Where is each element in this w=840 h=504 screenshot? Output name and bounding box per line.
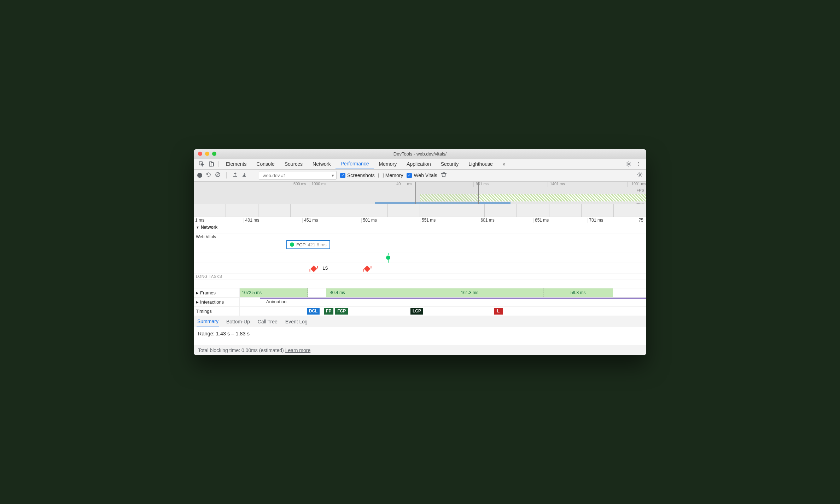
svg-point-6: [639, 174, 641, 175]
tab-elements[interactable]: Elements: [221, 159, 251, 169]
timing-l[interactable]: L: [494, 308, 503, 315]
window-title: DevTools - web.dev/vitals/: [194, 151, 646, 157]
tbt-text: Total blocking time: 0.00ms (estimated): [198, 347, 284, 353]
learn-more-link[interactable]: Learn more: [285, 347, 311, 353]
download-icon[interactable]: [241, 172, 247, 179]
record-button[interactable]: [197, 173, 202, 178]
timings-lane[interactable]: Timings DCL FP FCP LCP L: [194, 307, 646, 316]
timing-dcl[interactable]: DCL: [307, 308, 320, 315]
long-tasks-label: LONG TASKS: [194, 274, 646, 280]
gear-icon[interactable]: [624, 161, 634, 167]
tab-console[interactable]: Console: [251, 159, 279, 169]
upload-icon[interactable]: [232, 172, 238, 179]
main-tabs: Elements Console Sources Network Perform…: [194, 159, 646, 170]
kebab-menu-icon[interactable]: ⋮: [634, 161, 643, 167]
recording-dropdown[interactable]: web.dev #1: [259, 171, 337, 180]
web-vitals-checkbox[interactable]: ✓Web Vitals: [407, 172, 437, 178]
tab-application[interactable]: Application: [402, 159, 436, 169]
interactions-lane[interactable]: ▶Interactions Animation: [194, 298, 646, 307]
details-tabs: Summary Bottom-Up Call Tree Event Log: [194, 316, 646, 327]
animation-bar[interactable]: [260, 298, 647, 299]
ls-marker[interactable]: [364, 265, 370, 272]
timing-fcp[interactable]: FCP: [335, 308, 348, 315]
tab-memory[interactable]: Memory: [374, 159, 402, 169]
footer-bar: Total blocking time: 0.00ms (estimated) …: [194, 345, 646, 355]
fcp-tooltip[interactable]: FCP 421.8 ms: [286, 240, 330, 249]
tab-security[interactable]: Security: [436, 159, 464, 169]
tab-summary[interactable]: Summary: [197, 316, 219, 327]
tab-lighthouse[interactable]: Lighthouse: [463, 159, 498, 169]
screenshot-strip: [194, 204, 646, 217]
timing-fp[interactable]: FP: [324, 308, 333, 315]
animation-label: Animation: [266, 299, 287, 304]
titlebar: DevTools - web.dev/vitals/: [194, 149, 646, 159]
ls-label: LS: [323, 266, 328, 271]
lcp-marker[interactable]: [386, 256, 390, 260]
tabs-more-icon[interactable]: »: [498, 159, 511, 169]
summary-range: Range: 1.43 s – 1.83 s: [198, 331, 642, 336]
summary-panel: Range: 1.43 s – 1.83 s: [194, 327, 646, 345]
web-vitals-header: Web Vitals: [194, 234, 646, 240]
svg-rect-2: [211, 163, 214, 166]
inspect-icon[interactable]: [197, 161, 206, 167]
reload-icon[interactable]: [206, 172, 211, 179]
svg-point-4: [628, 163, 629, 165]
ls-marker[interactable]: [310, 265, 317, 272]
vitals-lcp-track[interactable]: [194, 252, 646, 263]
tab-bottom-up[interactable]: Bottom-Up: [226, 316, 251, 327]
frames-lane[interactable]: ▶Frames 1072.5 ms 40.4 ms 161.3 ms 59.8 …: [194, 288, 646, 298]
long-tasks-track[interactable]: [194, 280, 646, 288]
fps-label: FPS: [637, 188, 644, 192]
perf-settings-gear-icon[interactable]: [637, 172, 643, 179]
tab-network[interactable]: Network: [308, 159, 336, 169]
vitals-ls-track[interactable]: LS: [194, 263, 646, 274]
tab-sources[interactable]: Sources: [280, 159, 308, 169]
clear-icon[interactable]: [215, 172, 221, 179]
screenshots-checkbox[interactable]: ✓Screenshots: [340, 172, 375, 178]
timing-lcp[interactable]: LCP: [410, 308, 423, 315]
frames-track[interactable]: 40.4 ms 161.3 ms 59.8 ms: [279, 288, 646, 297]
fcp-dot-icon: [290, 242, 294, 247]
detail-ruler[interactable]: 1 ms 401 ms 451 ms 501 ms 551 ms 601 ms …: [194, 217, 646, 224]
device-toggle-icon[interactable]: [206, 161, 216, 167]
overview-timeline[interactable]: 500 ms 1000 ms 40 ms 901 ms 1401 ms 1901…: [194, 182, 646, 217]
tab-call-tree[interactable]: Call Tree: [257, 316, 278, 327]
memory-checkbox[interactable]: Memory: [378, 172, 403, 178]
frames-first[interactable]: 1072.5 ms: [240, 288, 279, 297]
perf-toolbar: web.dev #1 ✓Screenshots Memory ✓Web Vita…: [194, 170, 646, 182]
trash-icon[interactable]: [441, 172, 447, 179]
vitals-fcp-track[interactable]: FCP 421.8 ms: [194, 240, 646, 252]
collapse-handle[interactable]: ⋯: [194, 231, 646, 234]
devtools-window: DevTools - web.dev/vitals/ Elements Cons…: [194, 149, 646, 355]
tab-performance[interactable]: Performance: [336, 159, 374, 169]
tab-event-log[interactable]: Event Log: [285, 316, 308, 327]
